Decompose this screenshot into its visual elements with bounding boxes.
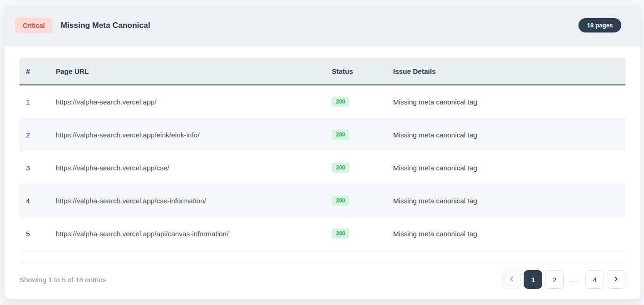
severity-badge: Critical [15, 18, 53, 33]
pagination-page-1[interactable]: 1 [524, 270, 542, 289]
row-index: 1 [20, 85, 49, 118]
page-url: https://valpha-search.vercel.app/ [49, 85, 325, 118]
issue-card: Critical Missing Meta Canonical 18 pages… [5, 6, 640, 299]
row-index: 5 [20, 217, 49, 250]
row-index: 3 [20, 151, 49, 184]
entries-summary: Showing 1 to 5 of 18 entries [20, 276, 106, 284]
page-url: https://valpha-search.vercel.app/eink/ei… [49, 118, 325, 151]
issue-details: Missing meta canonical tag [387, 151, 625, 184]
status-badge: 200 [332, 195, 349, 206]
row-index: 2 [20, 118, 49, 151]
table-footer: Showing 1 to 5 of 18 entries 1 2 ... 4 [20, 262, 625, 289]
table-row: 2 https://valpha-search.vercel.app/eink/… [20, 118, 625, 151]
issue-details: Missing meta canonical tag [387, 217, 625, 250]
column-header-page-url: Page URL [49, 58, 325, 85]
card-body: # Page URL Status Issue Details 1 https:… [5, 45, 640, 299]
column-header-index: # [20, 58, 49, 85]
pagination-page-4[interactable]: 4 [585, 270, 604, 289]
page-url: https://valpha-search.vercel.app/api/can… [49, 217, 325, 250]
table-header-row: # Page URL Status Issue Details [20, 58, 625, 85]
pages-count-badge: 18 pages [578, 18, 621, 32]
issue-title: Missing Meta Canonical [60, 21, 150, 30]
column-header-issue-details: Issue Details [387, 58, 625, 85]
pagination: 1 2 ... 4 [502, 270, 625, 289]
issues-table: # Page URL Status Issue Details 1 https:… [20, 58, 625, 250]
column-header-status: Status [325, 58, 387, 85]
status-badge: 200 [332, 97, 349, 107]
table-row: 5 https://valpha-search.vercel.app/api/c… [20, 217, 625, 250]
table-row: 1 https://valpha-search.vercel.app/ 200 … [20, 85, 625, 118]
table-row: 4 https://valpha-search.vercel.app/cse-i… [20, 184, 625, 217]
chevron-right-icon [612, 275, 620, 284]
row-index: 4 [20, 184, 49, 217]
status-badge: 200 [332, 162, 349, 173]
pagination-next-button[interactable] [607, 270, 625, 289]
page-url: https://valpha-search.vercel.app/cse-inf… [49, 184, 325, 217]
issue-details: Missing meta canonical tag [387, 118, 625, 151]
status-badge: 200 [332, 228, 349, 239]
page-url: https://valpha-search.vercel.app/cse/ [49, 151, 325, 184]
table-row: 3 https://valpha-search.vercel.app/cse/ … [20, 151, 625, 184]
pagination-page-2[interactable]: 2 [545, 270, 564, 289]
status-badge: 200 [332, 130, 349, 140]
issue-details: Missing meta canonical tag [387, 85, 625, 118]
pagination-ellipsis: ... [566, 276, 583, 284]
issue-details: Missing meta canonical tag [387, 184, 625, 217]
chevron-left-icon [508, 275, 515, 284]
pagination-prev-button[interactable] [502, 270, 521, 289]
card-header: Critical Missing Meta Canonical 18 pages [5, 6, 640, 45]
